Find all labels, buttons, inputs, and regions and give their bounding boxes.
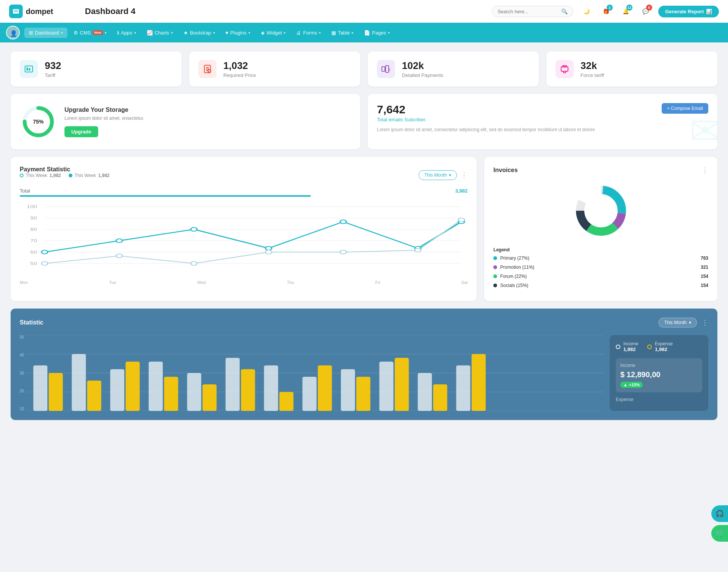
invoices-donut [493,180,708,241]
invoices-more-icon[interactable]: ⋮ [701,166,708,174]
chat-icon-btn[interactable]: 💬 5 [639,5,652,18]
chevron-down-icon: ▾ [449,172,451,178]
logo-icon [9,5,23,18]
svg-rect-71 [303,377,317,411]
svg-rect-68 [241,369,255,411]
main-content: 932 Tariff 1,032 Required Price 102k Det… [0,42,728,429]
x-label-sat: Sat [461,280,468,285]
svg-rect-72 [318,365,332,411]
svg-rect-75 [380,362,394,411]
sidebar-item-forms[interactable]: 🖨 Forms ▾ [292,28,325,38]
chart-icon: 📈 [147,30,153,36]
svg-rect-57 [33,365,47,411]
sidebar-item-charts[interactable]: 📈 Charts ▾ [142,28,177,38]
svg-rect-60 [87,381,101,411]
stat-card-required-price: 1,032 Required Price [189,52,360,86]
widget-icon: ◈ [261,30,265,36]
bar-chart-container: 50 40 30 20 10 [20,335,604,411]
bell-icon-btn[interactable]: 🔔 12 [619,5,632,18]
gift-icon-btn[interactable]: 🎁 2 [599,5,613,18]
force-tariff-icon [555,60,574,78]
primary-color-dot [493,256,497,260]
svg-rect-58 [49,373,63,411]
svg-point-40 [116,254,122,258]
x-label-thu: Thu [287,280,294,285]
search-input[interactable] [497,9,558,14]
detailed-payments-value: 102k [402,60,443,72]
svg-text:100: 100 [27,205,38,209]
email-desc: Lorem ipsum dolor sit amet, consectetur … [377,126,708,133]
promotion-value: 321 [701,265,708,270]
statistic-this-month-button[interactable]: This Month ▾ [659,318,697,328]
svg-rect-78 [433,384,447,411]
generate-report-button[interactable]: Generate Report 📊 [658,6,719,17]
sidebar-item-dashboard[interactable]: ⊞ Dashboard ▾ [24,28,67,38]
svg-point-36 [340,220,346,224]
email-count: 7,642 [377,103,427,116]
stat-card-detailed-payments: 102k Detalled Payments [368,52,539,86]
svg-rect-61 [110,369,124,411]
bar-chart-icon: 📊 [706,9,712,14]
required-price-label: Required Price [223,72,256,78]
svg-point-41 [191,262,197,265]
more-options-icon[interactable]: ⋮ [461,171,468,179]
income-label: Income [623,341,638,346]
svg-rect-67 [226,358,240,411]
statistic-header-right: This Month ▾ ⋮ [659,318,708,328]
legend-row-primary: Primary (27%) 763 [493,255,708,261]
svg-rect-69 [264,365,278,411]
stat-card-detailed-payments-info: 102k Detalled Payments [402,60,443,78]
chevron-down-icon: ▾ [689,320,691,325]
svg-rect-65 [187,373,201,411]
line-chart-svg: 100 90 80 70 60 50 [20,203,468,279]
required-price-value: 1,032 [223,60,256,72]
this-month-button[interactable]: This Month ▾ [419,170,457,180]
expense-value: 1,982 [655,346,673,352]
svg-point-32 [41,250,47,254]
svg-rect-80 [472,354,486,411]
moon-icon-btn[interactable]: 🌙 [579,5,593,18]
sidebar-item-table[interactable]: ▦ Table ▾ [327,28,358,38]
tariff-icon [20,60,38,78]
sidebar-item-plugins[interactable]: ♥ Plugins ▾ [221,28,255,38]
expense-item: Expense 1,982 [647,341,673,352]
svg-point-33 [116,239,122,243]
svg-rect-70 [279,392,293,411]
chat-badge: 5 [646,5,652,11]
svg-rect-74 [356,377,370,411]
socials-label: Socials (15%) [500,283,528,288]
header-right: 🔍 🌙 🎁 2 🔔 12 💬 5 Generate Report 📊 [492,5,719,18]
header: dompet Dashboard 4 🔍 🌙 🎁 2 🔔 12 💬 5 Gene… [0,0,728,23]
forum-label: Forum (22%) [500,274,527,279]
sidebar-item-pages[interactable]: 📄 Pages ▾ [359,28,394,38]
total-row: Total 3,982 [20,188,468,194]
stat-card-force-tariff-info: 32k Force tariff [581,60,604,78]
chevron-down-icon: ▾ [105,31,107,35]
svg-rect-1 [14,11,18,11]
sidebar-item-cms[interactable]: ⚙ CMS New ▾ [69,28,111,38]
svg-point-45 [458,218,464,222]
sidebar-item-apps[interactable]: ℹ Apps ▾ [113,28,141,38]
svg-rect-63 [149,362,163,411]
svg-rect-79 [456,365,470,411]
search-box[interactable]: 🔍 [492,6,573,17]
invoices-title: Invoices [493,167,518,174]
svg-rect-59 [72,354,86,411]
sidebar-item-widget[interactable]: ◈ Widget ▾ [256,28,290,38]
svg-point-35 [265,246,271,250]
income-box-amount: $ 12,890,00 [620,370,698,379]
total-label: Total [20,188,30,194]
star-icon: ★ [184,30,188,36]
search-icon: 🔍 [561,8,568,14]
bars-svg [27,335,604,411]
upgrade-button[interactable]: Upgrade [64,126,98,137]
invoices-header: Invoices ⋮ [493,166,708,174]
sidebar-item-bootstrap[interactable]: ★ Bootstrap ▾ [179,28,220,38]
chevron-down-icon: ▾ [284,31,286,35]
email-bg-icon: ✉ [689,109,717,149]
svg-rect-64 [164,377,178,411]
svg-text:90: 90 [30,216,38,220]
statistic-more-icon[interactable]: ⋮ [701,318,708,327]
force-tariff-label: Force tariff [581,72,604,78]
legend-dot-2 [69,174,72,177]
